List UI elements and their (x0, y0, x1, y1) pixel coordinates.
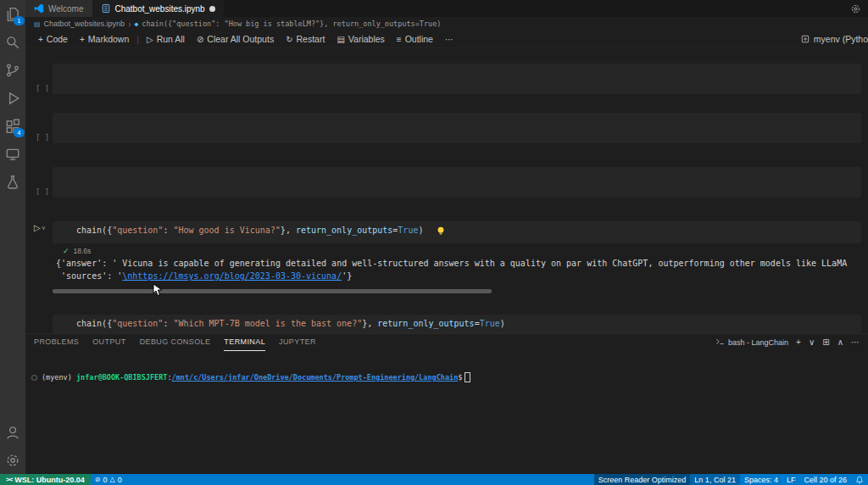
warning-icon: △ (110, 476, 115, 483)
error-count: 0 (103, 476, 108, 484)
explorer-icon[interactable]: 1 (0, 0, 25, 28)
variables-button[interactable]: ▤ Variables (331, 31, 390, 47)
run-all-label: Run All (157, 34, 185, 44)
cell-exec-status: ✓ 18.6s (63, 247, 91, 255)
breadcrumb-file-icon: ▤ (34, 20, 41, 28)
terminal-instance-picker[interactable]: bash - LangChain (715, 337, 788, 347)
run-all-button[interactable]: ▷ Run All (141, 31, 191, 47)
tab-debug-console[interactable]: DEBUG CONSOLE (140, 334, 211, 351)
main-column: Welcome Chatbot_websites.ipynb ▤ Chatbot… (25, 0, 868, 474)
terminal-cursor (465, 372, 470, 382)
settings-gear-icon[interactable] (0, 446, 25, 474)
problems-status[interactable]: ⊘ 0 △ 0 (91, 474, 126, 485)
breadcrumb-file[interactable]: Chatbot_websites.ipynb (44, 20, 125, 28)
cell-exec-marker: [ ] (36, 133, 54, 142)
cell-code-editor[interactable] (53, 167, 861, 198)
notebook-toolbar: + Code + Markdown | ▷ Run All ⊘ Clear Al… (25, 31, 868, 48)
notebook-cell-empty-2: [ ] (36, 113, 861, 143)
tab-problems[interactable]: PROBLEMS (34, 334, 79, 351)
notifications-bell-icon[interactable] (851, 474, 868, 485)
restart-label: Restart (297, 34, 326, 44)
terminal-icon (715, 337, 725, 347)
lightbulb-icon[interactable] (437, 226, 445, 236)
search-icon[interactable] (0, 28, 25, 56)
add-markdown-cell-button[interactable]: + Markdown (74, 31, 135, 47)
extensions-icon[interactable]: 4 (0, 112, 25, 140)
cell-code-editor[interactable] (53, 113, 861, 143)
tab-notebook[interactable]: Chatbot_websites.ipynb (92, 0, 224, 17)
panel-more-icon[interactable]: ⋯ (851, 337, 860, 347)
chevron-down-icon: ∨ (42, 225, 46, 231)
outline-icon: ≡ (397, 35, 402, 44)
restart-button[interactable]: ↻ Restart (280, 31, 331, 47)
source-control-icon[interactable] (0, 56, 25, 84)
tab-jupyter[interactable]: JUPYTER (279, 334, 316, 351)
notebook-cell-mpt7b: chain({"question": "Which MPT-7B model i… (36, 315, 861, 333)
outline-button[interactable]: ≡ Outline (391, 31, 439, 47)
editor-tab-bar: Welcome Chatbot_websites.ipynb (25, 0, 868, 17)
clear-all-outputs-button[interactable]: ⊘ Clear All Outputs (191, 31, 280, 47)
vscode-logo-icon (34, 3, 44, 14)
tab-output[interactable]: OUTPUT (92, 334, 125, 351)
extensions-badge: 4 (14, 128, 25, 137)
plus-icon: + (80, 35, 85, 44)
breadcrumb-cell[interactable]: chain({"question": "How big is stableLM?… (142, 20, 441, 28)
panel-tab-bar: PROBLEMS OUTPUT DEBUG CONSOLE TERMINAL J… (25, 334, 868, 350)
variables-icon: ▤ (337, 35, 344, 44)
cell-output-line-2: 'sources': '\nhttps://lmsys.org/blog/202… (56, 271, 863, 281)
cursor-position-status[interactable]: Ln 1, Col 21 (690, 474, 740, 485)
add-code-label: Code (47, 34, 68, 44)
remote-icon: >< (6, 476, 12, 483)
split-terminal-icon[interactable]: ⊞ (822, 337, 829, 347)
play-icon: ▷ (34, 223, 41, 232)
new-terminal-icon[interactable]: + (796, 337, 801, 347)
clear-icon: ⊘ (197, 35, 203, 44)
status-bar: >< WSL: Ubuntu-20.04 ⊘ 0 △ 0 Screen Read… (0, 474, 868, 485)
breadcrumb-cell-icon: ◆ (134, 20, 138, 28)
tab-welcome[interactable]: Welcome (25, 0, 92, 17)
cell-position-status[interactable]: Cell 20 of 26 (799, 474, 851, 485)
error-icon: ⊘ (95, 476, 101, 483)
kernel-icon (800, 34, 810, 44)
bottom-panel: PROBLEMS OUTPUT DEBUG CONSOLE TERMINAL J… (25, 333, 868, 474)
terminal-body[interactable]: (myenv) jnfar@BOOK-QBIBSJFERT:/mnt/c/Use… (25, 350, 868, 474)
cell-exec-marker: [ ] (36, 84, 54, 92)
breadcrumb-separator: › (128, 20, 131, 29)
command-decoration-icon[interactable] (31, 375, 37, 381)
testing-icon[interactable] (0, 168, 25, 196)
remote-indicator[interactable]: >< WSL: Ubuntu-20.04 (0, 474, 91, 485)
chevron-down-icon[interactable]: ∨ (809, 337, 815, 347)
tab-bar-rest (224, 0, 868, 17)
remote-explorer-icon[interactable] (0, 140, 25, 168)
toolbar-divider: | (135, 34, 141, 44)
run-debug-icon[interactable] (0, 84, 25, 112)
notebook-file-icon (101, 3, 111, 14)
eol-status[interactable]: LF (782, 474, 800, 485)
cell-code-editor[interactable] (53, 64, 861, 94)
run-cell-button[interactable]: ▷ ∨ (34, 223, 46, 232)
output-horizontal-scrollbar[interactable] (53, 289, 492, 293)
cell-code-line[interactable]: chain({"question": "How good is Vicuna?"… (76, 226, 423, 235)
cell-code-line[interactable]: chain({"question": "Which MPT-7B model i… (76, 319, 505, 328)
kernel-label: myenv (Pytho (814, 34, 868, 44)
unsaved-dot-icon[interactable] (209, 6, 215, 12)
terminal-prompt: (myenv) jnfar@BOOK-QBIBSJFERT:/mnt/c/Use… (42, 373, 462, 382)
indentation-status[interactable]: Spaces: 4 (740, 474, 782, 485)
warning-count: 0 (118, 476, 122, 484)
account-icon[interactable] (0, 418, 25, 446)
add-code-cell-button[interactable]: + Code (32, 31, 74, 47)
tab-notebook-label: Chatbot_websites.ipynb (115, 4, 205, 14)
screen-reader-status[interactable]: Screen Reader Optimized (594, 474, 691, 485)
more-actions-button[interactable]: ⋯ (439, 31, 459, 47)
kernel-picker[interactable]: myenv (Pytho (800, 34, 868, 44)
terminal-prompt-line: (myenv) jnfar@BOOK-QBIBSJFERT:/mnt/c/Use… (31, 372, 868, 382)
terminal-instance-label: bash - LangChain (728, 338, 788, 347)
tab-terminal[interactable]: TERMINAL (224, 334, 265, 351)
notebook-cell-empty-3: [ ] (36, 167, 861, 198)
editor-settings-gear-icon[interactable] (850, 3, 861, 14)
plus-icon: + (38, 35, 43, 44)
maximize-panel-icon[interactable]: ∧ (837, 337, 843, 347)
activity-bar: 1 4 (0, 0, 25, 474)
restart-icon: ↻ (286, 35, 292, 44)
variables-label: Variables (348, 34, 385, 44)
